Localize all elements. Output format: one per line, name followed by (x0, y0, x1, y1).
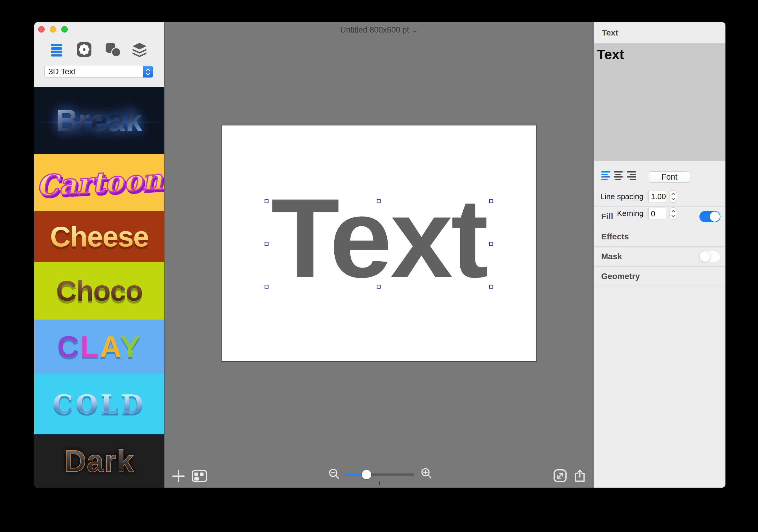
dropdown-stepper-icon (143, 66, 153, 78)
preset-cheese[interactable]: Cheese (34, 211, 164, 262)
app-window: 3D Text Break Cartoon C (34, 22, 725, 488)
preset-dark[interactable]: Dark (34, 434, 164, 488)
selection-handle-top-center[interactable] (377, 199, 381, 203)
templates-grid-button[interactable] (192, 470, 207, 482)
preset-cold[interactable]: COLD (34, 374, 164, 434)
font-button[interactable]: Font (649, 171, 690, 183)
section-row-effects[interactable]: Effects (594, 227, 725, 246)
geometry-label: Geometry (601, 272, 640, 281)
screenshot-stage: 3D Text Break Cartoon C (0, 0, 758, 532)
selection-handle-bottom-left[interactable] (265, 285, 269, 289)
line-spacing-input[interactable] (648, 191, 667, 202)
align-right-icon[interactable] (627, 171, 636, 180)
effects-label: Effects (601, 232, 629, 241)
preset-list: Break Cartoon Cheese Choco CLAY COLD (34, 87, 164, 488)
zoom-slider-knob[interactable] (362, 470, 371, 479)
sidebar: 3D Text Break Cartoon C (34, 22, 164, 488)
zoom-slider[interactable] (345, 474, 414, 476)
selection-handle-top-right[interactable] (489, 199, 493, 203)
canvas-object-text[interactable]: Text (266, 182, 491, 295)
section-row-geometry[interactable]: Geometry (594, 266, 725, 286)
add-object-button[interactable] (172, 470, 185, 482)
shapes-icon[interactable] (106, 42, 121, 57)
preset-clay-text: CLAY (57, 332, 141, 362)
layers-icon[interactable] (132, 42, 147, 57)
document-title[interactable]: Untitled 800x600 pt⌄ (164, 25, 594, 35)
selection-handle-mid-right[interactable] (489, 242, 493, 246)
align-center-icon[interactable] (614, 171, 623, 180)
preset-cold-text: COLD (53, 391, 146, 417)
preset-choco[interactable]: Choco (34, 262, 164, 320)
preset-clay[interactable]: CLAY (34, 320, 164, 374)
fill-toggle[interactable] (700, 211, 720, 222)
preset-cartoon-text: Cartoon (36, 165, 163, 200)
fill-label: Fill (601, 212, 613, 221)
inspector-header: Text (594, 22, 725, 44)
preset-choco-text: Choco (56, 276, 143, 305)
settings-flower-icon[interactable] (77, 42, 91, 57)
mode-toolbar (34, 42, 164, 57)
close-window-button[interactable] (38, 26, 45, 33)
enter-fullscreen-icon[interactable] (553, 469, 567, 484)
style-category-value: 3D Text (45, 67, 76, 76)
inspector-header-title: Text (602, 28, 618, 38)
selection-handle-top-left[interactable] (265, 199, 269, 203)
zoom-window-button[interactable] (61, 26, 68, 33)
preset-cheese-text: Cheese (50, 222, 149, 251)
zoom-in-icon[interactable] (420, 468, 433, 482)
inspector-panel: Text Text Font Line spacing Kerning (594, 22, 725, 488)
line-spacing-label: Line spacing (594, 192, 643, 201)
align-left-icon[interactable] (601, 171, 610, 180)
zoom-100-tick (379, 481, 380, 485)
document-title-text: Untitled 800x600 pt (340, 25, 409, 34)
zoom-out-icon[interactable] (328, 468, 340, 482)
text-content-editor[interactable]: Text (594, 44, 725, 161)
minimize-window-button[interactable] (50, 26, 56, 33)
selection-handle-bottom-center[interactable] (377, 285, 381, 289)
preset-break[interactable]: Break (34, 87, 164, 154)
title-chevron-icon: ⌄ (412, 26, 418, 34)
share-icon[interactable] (573, 469, 587, 484)
selection-handle-bottom-right[interactable] (489, 285, 493, 289)
section-row-fill[interactable]: Fill (594, 206, 725, 227)
font-button-label: Font (661, 172, 677, 182)
styles-list-icon[interactable] (51, 44, 62, 56)
mask-label: Mask (601, 252, 622, 261)
preset-dark-text: Dark (64, 446, 134, 477)
mask-toggle[interactable] (700, 251, 720, 262)
selection-handle-mid-left[interactable] (265, 242, 269, 246)
line-spacing-stepper[interactable] (670, 190, 677, 203)
text-content-value[interactable]: Text (597, 47, 725, 62)
preset-break-text: Break (55, 105, 143, 136)
sidebar-toolbar: 3D Text (34, 22, 164, 87)
section-row-mask[interactable]: Mask (594, 246, 725, 266)
preset-cartoon[interactable]: Cartoon (34, 154, 164, 211)
style-category-dropdown[interactable]: 3D Text (44, 66, 153, 78)
